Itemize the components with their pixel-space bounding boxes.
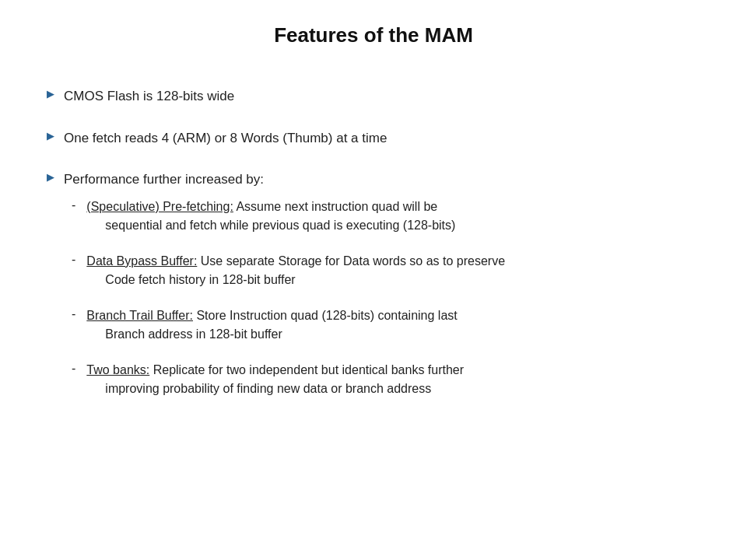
sub-label-3: Branch Trail Buffer:	[86, 309, 193, 322]
list-item: - (Speculative) Pre-fetching: Assume nex…	[72, 198, 505, 235]
bullet-content-3: Performance further increased by: - (Spe…	[64, 170, 505, 415]
sub-continuation-4: improving probability of finding new dat…	[86, 382, 431, 395]
sub-label-4: Two banks:	[86, 363, 149, 376]
bullet-text-1: CMOS Flash is 128-bits wide	[64, 86, 234, 107]
sub-dash-icon: -	[72, 253, 75, 267]
list-item: - Branch Trail Buffer: Store Instruction…	[72, 306, 505, 344]
bullet-arrow-icon: ▶	[47, 88, 54, 100]
sub-label-1: (Speculative) Pre-fetching:	[86, 200, 233, 213]
list-item: ▶ One fetch reads 4 (ARM) or 8 Words (Th…	[47, 128, 700, 149]
main-bullet-list: ▶ CMOS Flash is 128-bits wide ▶ One fetc…	[47, 86, 700, 415]
page-container: Features of the MAM ▶ CMOS Flash is 128-…	[0, 0, 747, 560]
list-item: ▶ Performance further increased by: - (S…	[47, 170, 700, 415]
sub-continuation-2: Code fetch history in 128-bit buffer	[86, 273, 295, 286]
bullet-arrow-icon: ▶	[47, 171, 54, 183]
page-title: Features of the MAM	[47, 23, 700, 55]
sub-continuation-1: sequential and fetch while previous quad…	[86, 219, 455, 232]
sub-dash-icon: -	[72, 307, 75, 321]
list-item: ▶ CMOS Flash is 128-bits wide	[47, 86, 700, 107]
sub-bullet-list: - (Speculative) Pre-fetching: Assume nex…	[64, 198, 505, 398]
bullet-arrow-icon: ▶	[47, 130, 54, 142]
sub-dash-icon: -	[72, 198, 75, 212]
bullet-text-2: One fetch reads 4 (ARM) or 8 Words (Thum…	[64, 128, 387, 149]
sub-text-4: Two banks: Replicate for two independent…	[86, 361, 464, 398]
sub-text-3: Branch Trail Buffer: Store Instruction q…	[86, 306, 457, 344]
sub-continuation-3: Branch address in 128-bit buffer	[86, 327, 282, 341]
sub-text-1: (Speculative) Pre-fetching: Assume next …	[86, 198, 455, 235]
sub-dash-icon: -	[72, 362, 75, 376]
list-item: - Data Bypass Buffer: Use separate Stora…	[72, 252, 505, 289]
list-item: - Two banks: Replicate for two independe…	[72, 361, 505, 398]
bullet-text-3: Performance further increased by:	[64, 172, 264, 187]
sub-text-2: Data Bypass Buffer: Use separate Storage…	[86, 252, 505, 289]
sub-label-2: Data Bypass Buffer:	[86, 254, 197, 268]
